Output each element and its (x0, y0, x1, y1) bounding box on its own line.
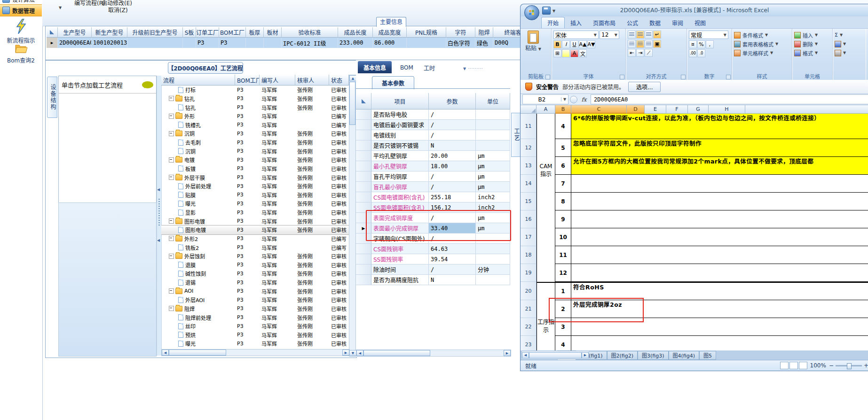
cell-c[interactable] (571, 228, 868, 246)
tree-cell-label[interactable]: 电镀 (161, 156, 235, 164)
row-header-22[interactable]: 22 (521, 318, 537, 336)
tree-row[interactable]: 外层蚀刻P3马军辉张传刚已审核 (161, 252, 349, 261)
param-item[interactable]: 是否贴导电胶 (371, 109, 429, 120)
cell-c[interactable] (571, 193, 868, 210)
tree-cell-reviewer[interactable]: 张传刚 (295, 164, 329, 173)
param-value[interactable]: 64.63 (429, 244, 476, 254)
excel-title-bar[interactable]: 2D00Q06EA0-预审指示.xls [兼容模式] - Microsoft E… (521, 4, 868, 16)
grid-cell-7[interactable] (264, 38, 282, 48)
expand-icon[interactable] (169, 96, 174, 101)
grid-col-3[interactable]: S板 (183, 27, 196, 38)
param-row[interactable]: 是否为高精度阻抗N (356, 275, 510, 285)
grid-cell-4[interactable]: P3 (196, 38, 219, 48)
expand-icon[interactable] (169, 157, 174, 163)
expand-icon[interactable] (169, 254, 174, 259)
col-header-A[interactable]: A (537, 105, 555, 114)
scroll-thumb[interactable] (169, 350, 226, 356)
col-header-B[interactable]: B (555, 105, 571, 114)
col-header-D[interactable]: D (627, 105, 645, 114)
col-header-C[interactable]: C (571, 105, 627, 114)
font-color-button[interactable]: A (570, 49, 578, 57)
cell-b[interactable]: 8 (555, 193, 571, 210)
tree-cell-reviewer[interactable]: 张传刚 (295, 103, 329, 112)
font-grow-button[interactable]: A▲ (579, 40, 587, 48)
grid-col-5[interactable]: BOM工厂 (219, 27, 246, 38)
scroll-left-icon[interactable]: ◀ (356, 350, 363, 356)
tree-cell-label[interactable]: 碱性蚀刻 (161, 269, 235, 278)
cell-b[interactable]: 4 (555, 336, 571, 350)
chevron-down-icon[interactable]: ▼ (59, 6, 62, 10)
main-grid-row[interactable]: ▶2D00Q06EA010010200132892P3P3IPC-6012 II… (47, 38, 550, 48)
tree-cell-bom[interactable]: P3 (235, 164, 260, 173)
tree-cell-bom[interactable]: P3 (235, 182, 260, 191)
tree-cell-bom[interactable]: P3 (235, 339, 260, 348)
row-header-19[interactable]: 19 (521, 264, 537, 282)
tree-cell-writer[interactable]: 马军辉 (260, 261, 295, 270)
tree-cell-status[interactable]: 已审核 (329, 252, 349, 261)
row-header-18[interactable]: 18 (521, 246, 537, 264)
tree-cell-bom[interactable]: P3 (235, 199, 260, 208)
param-row[interactable]: CS面残铜率64.63 (356, 244, 510, 254)
name-box[interactable]: B2 ▼ (522, 94, 568, 104)
tree-row[interactable]: 退锡P3马军辉张传刚已审核 (161, 278, 349, 287)
tree-cell-status[interactable]: 已审核 (329, 147, 349, 156)
paste-button[interactable]: 粘贴 ▼ (522, 31, 544, 52)
tree-cell-status[interactable]: 已编写 (329, 243, 349, 252)
tree-cell-bom[interactable]: P3 (235, 112, 260, 121)
tree-cell-writer[interactable]: 马军辉 (260, 121, 295, 130)
ribbon-tab-公式[interactable]: 公式 (621, 17, 644, 28)
param-row[interactable]: 是否贴导电胶/ (356, 109, 510, 120)
sidebar-item-new-flow[interactable]: 新流程指示 (0, 19, 42, 44)
tree-cell-status[interactable]: 已审核 (329, 339, 349, 348)
tree-cell-reviewer[interactable]: 张传刚 (295, 322, 329, 331)
cell-b[interactable]: 6 (555, 157, 571, 175)
phonetic-button[interactable]: 文 (579, 49, 587, 57)
tree-cell-label[interactable]: AOI (161, 287, 235, 296)
cell-c[interactable]: 允许在图5方框内的大概位置按我司常规添加2个mark点，具体位置不做要求，顶底层… (571, 157, 868, 175)
cell-b[interactable]: 5 (555, 139, 571, 157)
format-as-table-button[interactable]: 套用表格格式▼ (734, 39, 790, 48)
row-header-23[interactable]: 23 (521, 336, 537, 350)
tree-row[interactable]: 铣槽孔P3马军辉已编写 (161, 121, 349, 130)
tree-cell-reviewer[interactable]: 张传刚 (295, 278, 329, 287)
grid-corner-cell[interactable] (47, 27, 58, 38)
tree-cell-status[interactable]: 已审核 (329, 322, 349, 331)
scroll-down-icon[interactable]: ▼ (349, 350, 356, 356)
param-unit[interactable] (476, 109, 510, 120)
tree-cell-reviewer[interactable]: 张传刚 (295, 252, 329, 261)
tree-cell-status[interactable]: 已审核 (329, 278, 349, 287)
wrap-text-icon[interactable]: ↵ (653, 31, 661, 39)
tree-cell-status[interactable]: 已审核 (329, 103, 349, 112)
row-header-14[interactable]: 14 (521, 175, 537, 193)
param-value[interactable]: / (429, 264, 476, 275)
grid-cell-10[interactable]: 86.000 (373, 38, 407, 48)
tree-cell-writer[interactable]: 马军辉 (260, 243, 295, 252)
param-value[interactable]: 18.00 (429, 161, 476, 171)
dialog-launcher-icon[interactable] (726, 75, 731, 79)
col-header-F[interactable]: F (666, 105, 688, 114)
tree-cell-label[interactable]: 外形2 (161, 234, 235, 243)
tree-cell-status[interactable]: 已审核 (329, 261, 349, 270)
scroll-up-icon[interactable]: ▲ (349, 75, 356, 81)
align-left-icon[interactable] (628, 40, 636, 48)
row-header-17[interactable]: 17 (521, 228, 537, 246)
tree-cell-label[interactable]: 钻孔 (161, 103, 235, 112)
tree-cell-bom[interactable]: P3 (235, 278, 260, 287)
panel-collapse-handle[interactable]: ▼ ········· (463, 67, 485, 72)
fx-icon[interactable]: fx (579, 96, 589, 103)
tree-row[interactable]: 打标P3马军辉张传刚已审核 (161, 86, 349, 94)
tree-row[interactable]: 曝光P3马军辉张传刚已审核 (161, 199, 349, 208)
tree-cell-reviewer[interactable]: 张传刚 (295, 86, 329, 94)
tree-cell-status[interactable]: 已审核 (329, 199, 349, 208)
tree-cell-status[interactable]: 已审核 (329, 296, 349, 304)
param-value[interactable]: / (429, 130, 476, 140)
comma-icon[interactable]: , (706, 40, 714, 48)
cell-c[interactable] (571, 175, 868, 193)
tree-cell-reviewer[interactable]: 张传刚 (295, 199, 329, 208)
tree-cell-status[interactable]: 已审核 (329, 304, 349, 313)
sidebar-item-bom-query[interactable]: Bom查询2 (0, 43, 42, 64)
param-value[interactable]: 39.54 (429, 254, 476, 264)
insert-cells-button[interactable]: 插入▼ (794, 31, 830, 39)
param-unit[interactable]: µm (476, 171, 510, 182)
col-header-E[interactable]: E (645, 105, 666, 114)
